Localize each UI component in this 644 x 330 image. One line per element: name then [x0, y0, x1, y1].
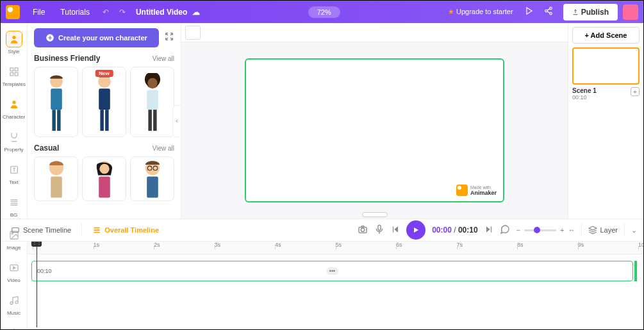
scene-thumbnail[interactable] [572, 47, 640, 85]
share-icon[interactable] [539, 6, 558, 17]
redo-icon[interactable]: ↷ [114, 8, 131, 17]
undo-icon[interactable]: ↶ [97, 8, 114, 17]
clip-grip-icon[interactable]: ••• [326, 267, 338, 275]
text-icon [6, 161, 22, 178]
scenes-panel: + Add Scene Scene 1 00:10 + [568, 23, 643, 219]
sidebar-item-character[interactable]: Character [3, 92, 26, 125]
svg-rect-32 [148, 110, 152, 131]
character-card[interactable]: New [82, 67, 126, 137]
svg-point-2 [545, 10, 547, 12]
svg-rect-46 [378, 225, 381, 230]
scene-name: Scene 1 [572, 87, 597, 94]
svg-rect-25 [99, 88, 110, 110]
preview-icon[interactable] [520, 6, 539, 17]
tab-overall-timeline[interactable]: Overall Timeline [88, 223, 163, 237]
cloud-save-icon[interactable]: ☁ [192, 8, 200, 17]
left-sidebar: Style Templates Character Property Text … [1, 23, 28, 219]
character-card[interactable] [34, 156, 78, 201]
menu-tutorials[interactable]: Tutorials [53, 8, 97, 17]
sidebar-item-property[interactable]: Property [3, 125, 26, 158]
sidebar-item-templates[interactable]: Templates [3, 60, 26, 92]
skip-back-icon[interactable] [391, 225, 400, 235]
zoom-slider[interactable] [524, 229, 556, 231]
zoom-level[interactable]: 72% [308, 6, 340, 18]
ruler-tick: 6s [396, 242, 402, 248]
mic-icon[interactable] [374, 224, 384, 236]
templates-icon [6, 63, 22, 80]
create-character-button[interactable]: Create your own character [34, 28, 159, 47]
svg-rect-51 [491, 226, 491, 232]
svg-rect-33 [153, 110, 157, 131]
ruler-tick: 5s [336, 242, 342, 248]
timeline-clip[interactable]: 00:10 ••• [31, 261, 633, 281]
sidebar-item-text[interactable]: Text [3, 158, 26, 190]
new-badge: New [95, 70, 113, 77]
style-icon [6, 31, 22, 47]
add-scene-button[interactable]: + Add Scene [572, 27, 640, 44]
animaker-logo-icon [456, 185, 468, 196]
view-all-link[interactable]: View all [153, 145, 174, 152]
svg-rect-9 [10, 72, 13, 76]
svg-marker-50 [486, 226, 490, 232]
character-card[interactable] [130, 156, 174, 201]
section-title: Casual [34, 144, 59, 153]
section-title: Business Friendly [34, 54, 100, 63]
svg-point-37 [99, 164, 109, 174]
clip-end-handle[interactable] [634, 261, 637, 281]
svg-rect-21 [51, 88, 62, 110]
main-area: Style Templates Character Property Text … [1, 23, 643, 219]
svg-point-45 [361, 228, 365, 231]
character-card[interactable] [34, 67, 78, 137]
ruler-tick: 2s [154, 242, 160, 248]
timeline-area: ⋮⋮ 0s1s2s3s4s5s6s7s8s9s10s 00:10 ••• [1, 241, 643, 330]
camera-icon[interactable] [358, 224, 368, 236]
zoom-in-icon[interactable]: + [560, 226, 564, 234]
play-button[interactable] [406, 220, 425, 240]
tab-scene-timeline[interactable]: Scene Timeline [7, 223, 75, 237]
fit-icon[interactable]: ↔ [568, 226, 575, 234]
menu-file[interactable]: File [25, 8, 53, 17]
project-title[interactable]: Untitled Video [136, 8, 187, 17]
character-panel: Create your own character Business Frien… [28, 23, 181, 219]
svg-rect-23 [57, 110, 61, 131]
ruler-tick: 9s [578, 242, 584, 248]
sidebar-item-bg[interactable]: BG [3, 190, 26, 223]
character-card[interactable] [130, 67, 174, 137]
character-card[interactable] [82, 156, 126, 201]
playhead[interactable]: ⋮⋮ [31, 242, 42, 247]
zoom-out-icon[interactable]: − [516, 226, 520, 234]
comment-icon[interactable] [500, 224, 510, 236]
layer-dropdown[interactable]: Layer [588, 226, 618, 235]
timeline-ruler: ⋮⋮ 0s1s2s3s4s5s6s7s8s9s10s [28, 242, 643, 254]
svg-point-30 [147, 78, 157, 88]
collapse-panel-icon[interactable]: ‹ [172, 105, 181, 137]
skip-forward-icon[interactable] [484, 225, 493, 235]
time-display: 00:00 / 00:10 [432, 226, 477, 235]
svg-rect-8 [15, 68, 18, 71]
svg-rect-22 [52, 110, 56, 131]
svg-point-1 [549, 7, 552, 9]
timeline-controls: Scene Timeline Overall Timeline 00:00 / … [1, 219, 643, 241]
user-avatar[interactable] [623, 4, 638, 20]
expand-icon[interactable] [164, 31, 174, 44]
timeline-track[interactable]: ⋮⋮ 0s1s2s3s4s5s6s7s8s9s10s 00:10 ••• [28, 242, 643, 330]
stage[interactable]: Made with Animaker [245, 58, 504, 202]
scene-add-button[interactable]: + [631, 87, 640, 96]
view-all-link[interactable]: View all [153, 55, 174, 62]
svg-rect-43 [12, 228, 19, 233]
svg-line-4 [547, 9, 550, 10]
svg-line-5 [547, 12, 550, 13]
publish-button[interactable]: Publish [563, 4, 618, 21]
chevron-down-icon[interactable]: ⌄ [631, 226, 637, 235]
svg-rect-26 [100, 110, 104, 131]
sidebar-item-style[interactable]: Style [3, 27, 26, 60]
svg-rect-48 [393, 226, 393, 232]
svg-marker-49 [414, 227, 418, 233]
app-logo[interactable] [6, 5, 20, 19]
bg-icon [6, 194, 22, 211]
resize-handle-icon[interactable] [362, 212, 388, 217]
upgrade-link[interactable]: ★ Upgrade to starter [448, 8, 513, 16]
svg-rect-27 [105, 110, 109, 131]
svg-rect-31 [147, 90, 158, 110]
canvas-tab[interactable] [185, 26, 201, 40]
